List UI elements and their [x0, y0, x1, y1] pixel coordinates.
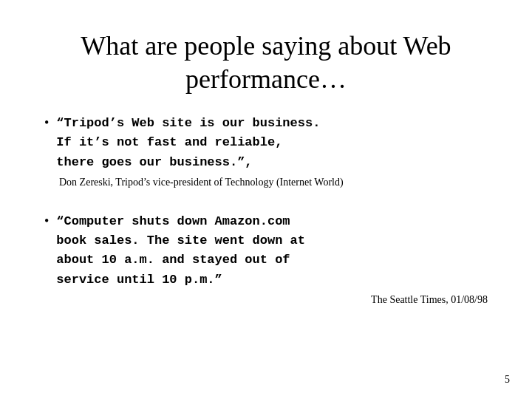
bullet-1-line3: there goes our business.”, — [56, 155, 252, 169]
bullet-2-line1: “Computer shuts down Amazon.com — [56, 214, 290, 228]
slide-title: What are people saying about Web perform… — [44, 30, 488, 96]
page-number: 5 — [505, 374, 510, 386]
bullet-section-1: • “Tripod’s Web site is our business. If… — [44, 114, 488, 203]
bullet-text-2: “Computer shuts down Amazon.com book sal… — [56, 212, 305, 290]
bullet-text-1: “Tripod’s Web site is our business. If i… — [56, 114, 320, 172]
bullet-2-line4: service until 10 p.m.” — [56, 273, 222, 287]
slide: What are people saying about Web perform… — [0, 0, 532, 399]
attribution-2: The Seattle Times, 01/08/98 — [59, 293, 488, 307]
bullet-item-2: • “Computer shuts down Amazon.com book s… — [44, 212, 488, 290]
bullet-2-line3: about 10 a.m. and stayed out of — [56, 253, 290, 267]
bullet-section-2: • “Computer shuts down Amazon.com book s… — [44, 212, 488, 321]
bullet-item-1: • “Tripod’s Web site is our business. If… — [44, 114, 488, 172]
attribution-1: Don Zereski, Tripod’s vice-president of … — [59, 175, 488, 190]
bullet-2-line2: book sales. The site went down at — [56, 233, 305, 248]
bullet-dot-1: • — [44, 115, 49, 131]
bullet-1-line1: “Tripod’s Web site is our business. — [56, 116, 320, 130]
bullet-dot-2: • — [44, 214, 49, 229]
bullet-1-line2: If it’s not fast and reliable, — [56, 135, 282, 149]
